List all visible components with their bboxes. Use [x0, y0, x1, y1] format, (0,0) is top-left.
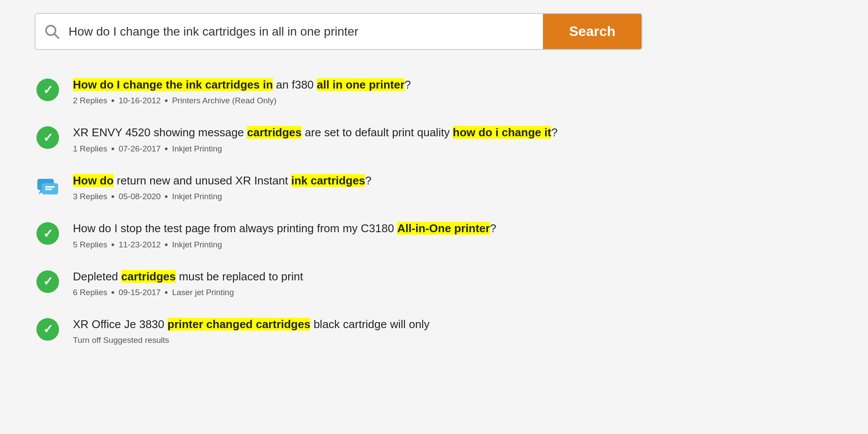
result-date: 11-23-2012: [118, 240, 161, 250]
normal-text: Depleted: [73, 270, 121, 283]
check-icon: [36, 126, 59, 149]
result-category: Printers Archive (Read Only): [172, 96, 276, 105]
result-meta: 5 Replies 11-23-2012 Inkjet Printing: [73, 240, 833, 250]
result-item: How do I change the ink cartridges in an…: [35, 67, 833, 115]
normal-text: return new and unused XR Instant: [114, 174, 291, 187]
svg-line-1: [54, 34, 59, 38]
search-button[interactable]: Search: [543, 14, 641, 49]
result-content: XR ENVY 4520 showing message cartridges …: [73, 125, 833, 153]
result-content: Depleted cartridges must be replaced to …: [73, 269, 833, 297]
result-content: How do return new and unused XR Instant …: [73, 173, 833, 201]
meta-dot: [112, 195, 114, 198]
result-icon-wrap: [35, 79, 61, 101]
highlight-text: How do I change the ink cartridges in: [73, 78, 273, 91]
reply-count: 2 Replies: [73, 96, 107, 105]
result-content: How do I stop the test page from always …: [73, 220, 833, 249]
reply-count: 6 Replies: [73, 288, 107, 297]
meta-dot: [112, 148, 114, 150]
result-date: 09-15-2017: [118, 288, 161, 297]
result-category: Laser jet Printing: [172, 288, 234, 297]
result-item: How do return new and unused XR Instant …: [35, 163, 833, 211]
result-title[interactable]: XR ENVY 4520 showing message cartridges …: [73, 125, 833, 140]
normal-text: ?: [365, 174, 371, 187]
reply-count: 3 Replies: [73, 192, 107, 201]
search-input[interactable]: [69, 15, 543, 48]
highlight-text: cartridges: [121, 270, 176, 283]
meta-dot: [112, 99, 114, 102]
search-icon: [36, 24, 69, 39]
meta-dot: [112, 291, 114, 294]
normal-text: an f380: [273, 78, 317, 91]
result-date: 07-26-2017: [118, 144, 161, 154]
result-title[interactable]: XR Office Je 3830 printer changed cartri…: [73, 316, 833, 332]
meta-dot: [165, 148, 168, 150]
meta-dot: [165, 195, 168, 198]
result-item: XR Office Je 3830 printer changed cartri…: [35, 307, 833, 355]
result-category: Inkjet Printing: [172, 144, 222, 154]
normal-text: How do I stop the test page from always …: [73, 222, 397, 235]
svg-rect-7: [45, 188, 52, 190]
result-date: 10-16-2012: [118, 96, 161, 105]
normal-text: ?: [551, 126, 557, 139]
check-icon: [36, 79, 59, 101]
meta-dot: [165, 99, 168, 102]
meta-dot: [165, 291, 168, 294]
svg-rect-6: [45, 186, 55, 188]
result-content: XR Office Je 3830 printer changed cartri…: [73, 316, 833, 345]
highlight-text: How do: [73, 174, 114, 187]
result-item: Depleted cartridges must be replaced to …: [35, 259, 833, 307]
result-item: How do I stop the test page from always …: [35, 211, 833, 259]
reply-count: 5 Replies: [73, 240, 107, 250]
result-title[interactable]: How do I stop the test page from always …: [73, 220, 833, 236]
highlight-text: printer changed cartridges: [168, 318, 310, 331]
highlight-text: cartridges: [247, 126, 302, 139]
highlight-text: All-in-One printer: [397, 222, 490, 235]
result-icon-wrap: [35, 222, 61, 245]
result-content: How do I change the ink cartridges in an…: [73, 77, 833, 105]
normal-text: black cartridge will only: [310, 318, 430, 331]
result-meta: 6 Replies 09-15-2017 Laser jet Printing: [73, 288, 833, 297]
search-bar: Search: [35, 13, 642, 50]
check-icon: [36, 222, 59, 245]
normal-text: XR ENVY 4520 showing message: [73, 126, 247, 139]
highlight-text: how do i change it: [453, 126, 551, 139]
result-meta: 3 Replies 05-08-2020 Inkjet Printing: [73, 192, 833, 201]
result-item: XR ENVY 4520 showing message cartridges …: [35, 115, 833, 163]
result-meta: Turn off Suggested results: [73, 335, 833, 345]
normal-text: must be replaced to print: [176, 270, 303, 283]
highlight-text: all in one printer: [317, 78, 404, 91]
result-date: 05-08-2020: [118, 192, 161, 201]
reply-count: 1 Replies: [73, 144, 107, 154]
result-title[interactable]: How do I change the ink cartridges in an…: [73, 77, 833, 92]
result-category: Inkjet Printing: [172, 192, 222, 201]
result-icon-wrap: [35, 126, 61, 149]
result-title[interactable]: Depleted cartridges must be replaced to …: [73, 269, 833, 284]
results-list: How do I change the ink cartridges in an…: [35, 67, 833, 355]
result-meta: 2 Replies 10-16-2012 Printers Archive (R…: [73, 96, 833, 105]
highlight-text: ink cartridges: [291, 174, 365, 187]
check-icon: [36, 318, 59, 341]
normal-text: XR Office Je 3830: [73, 318, 168, 331]
chat-icon: [36, 174, 59, 197]
normal-text: are set to default print quality: [302, 126, 453, 139]
result-icon-wrap: [35, 318, 61, 341]
result-icon-wrap: [35, 174, 61, 197]
suggested-results-label[interactable]: Turn off Suggested results: [73, 335, 169, 345]
normal-text: ?: [490, 222, 496, 235]
result-meta: 1 Replies 07-26-2017 Inkjet Printing: [73, 144, 833, 154]
result-category: Inkjet Printing: [172, 240, 222, 250]
meta-dot: [165, 243, 168, 246]
meta-dot: [112, 243, 114, 246]
check-icon: [36, 270, 59, 293]
normal-text: ?: [404, 78, 411, 91]
result-icon-wrap: [35, 270, 61, 293]
result-title[interactable]: How do return new and unused XR Instant …: [73, 173, 833, 188]
